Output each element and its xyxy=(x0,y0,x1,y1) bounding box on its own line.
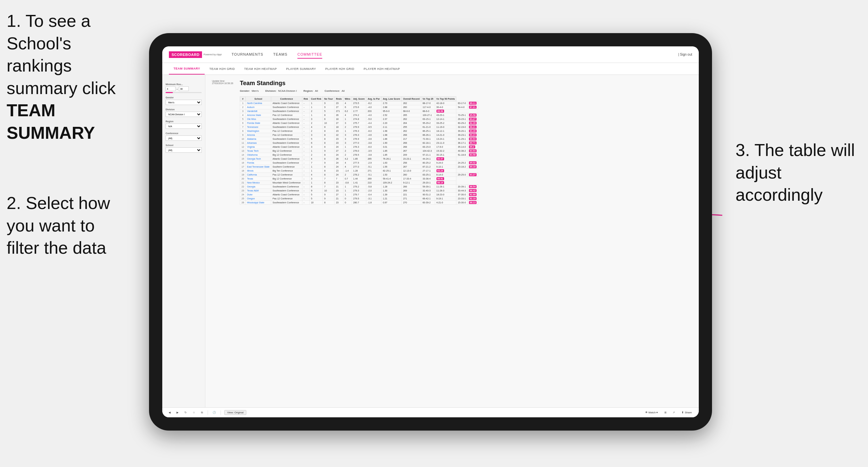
table-row: 19CaliforniaPac-12 Conference-48242278.2… xyxy=(240,173,478,177)
toolbar-clock[interactable]: 🕐 xyxy=(211,410,217,415)
tab-team-summary[interactable]: TEAM SUMMARY xyxy=(169,63,205,74)
conference-cell: Southeastern Conference xyxy=(271,105,302,109)
table-row: 11ArkansasSoutheastern Conference-682332… xyxy=(240,141,478,145)
region-select[interactable]: N/A All xyxy=(165,124,202,129)
score-cell: 86.91 xyxy=(435,177,456,181)
school-cell[interactable]: New Mexico xyxy=(246,181,271,185)
school-select[interactable]: (All) xyxy=(165,147,202,153)
school-cell[interactable]: Illinois xyxy=(246,169,271,173)
score-cell: 85.16 xyxy=(467,165,478,169)
table-row: 10AlabamaSoutheastern Conference-5823327… xyxy=(240,137,478,141)
toolbar-bookmark[interactable]: ☆ xyxy=(191,410,196,415)
share-button[interactable]: ⬆ Share xyxy=(680,410,694,415)
school-cell[interactable]: Georgia Tech xyxy=(246,157,271,161)
table-row: 2AuburnSoutheastern Conference-19276273.… xyxy=(240,105,478,109)
nav-links: TOURNAMENTS TEAMS COMMITTEE xyxy=(231,51,678,59)
conference-cell: Atlantic Coast Conference xyxy=(271,145,302,149)
toolbar-copy[interactable]: ⧉ xyxy=(200,410,204,415)
tablet-screen: SCOREBOARD Powered by clippi TOURNAMENTS… xyxy=(162,46,699,417)
score-cell: 83.27 xyxy=(467,173,478,177)
score-cell: 88.54 xyxy=(467,185,478,189)
nav-committee[interactable]: COMMITTEE xyxy=(298,51,322,59)
table-row: 6Florida StateAtlantic Coast Conference-… xyxy=(240,121,478,125)
score-cell: 85.02 xyxy=(467,161,478,165)
logo-area: SCOREBOARD Powered by clippi xyxy=(169,51,222,58)
table-header-row: # School Conference Rnk Conf Rnk No Tour… xyxy=(240,97,478,101)
col-avg-to-par: Avg. to Par xyxy=(366,97,381,101)
school-cell[interactable]: Alabama xyxy=(246,137,271,141)
score-cell: 88.14 xyxy=(435,181,456,185)
score-cell: 88.42 xyxy=(467,189,478,193)
school-cell[interactable]: Florida State xyxy=(246,121,271,125)
conference-cell: Southeastern Conference xyxy=(271,161,302,165)
col-wins: Wins xyxy=(343,97,352,101)
school-cell[interactable]: Oregon xyxy=(246,197,271,201)
school-cell[interactable]: Washington xyxy=(246,129,271,133)
nav-bar: SCOREBOARD Powered by clippi TOURNAMENTS… xyxy=(162,46,699,63)
conference-cell: Pac-12 Conference xyxy=(271,129,302,133)
min-rou-min-input[interactable] xyxy=(165,87,176,91)
min-rou-max-input[interactable] xyxy=(179,87,189,91)
col-vs-top25: Vs Top 25 xyxy=(421,97,435,101)
view-original-button[interactable]: View: Original xyxy=(224,410,246,415)
col-vs-top50: Vs Top 50 Points xyxy=(435,97,456,101)
region-label: Region xyxy=(165,120,202,123)
toolbar-divider-1 xyxy=(208,410,208,415)
sign-out-link[interactable]: | Sign out xyxy=(678,53,692,56)
conference-cell: Southeastern Conference xyxy=(271,189,302,193)
school-cell[interactable]: Auburn xyxy=(246,105,271,109)
school-cell[interactable]: Mississippi State xyxy=(246,201,271,205)
tab-player-h2h-heatmap[interactable]: PLAYER H2H HEATMAP xyxy=(359,63,405,74)
school-cell[interactable]: Virginia xyxy=(246,145,271,149)
toolbar-refresh[interactable]: ↻ xyxy=(183,410,188,415)
school-cell[interactable]: Vanderbilt xyxy=(246,109,271,113)
school-cell[interactable]: North Carolina xyxy=(246,101,271,105)
conference-cell: Pac-12 Conference xyxy=(271,133,302,137)
toolbar-icon-2[interactable]: ↗ xyxy=(671,410,676,415)
score-cell: 85.58 xyxy=(467,113,478,117)
instruction-step3: 3. The table will adjust accordingly xyxy=(736,139,861,206)
school-cell[interactable]: Arizona State xyxy=(246,113,271,117)
table-row: 4Arizona StatePac-12 Conference-18264274… xyxy=(240,113,478,117)
toolbar-icon-1[interactable]: ⊞ xyxy=(663,410,668,415)
watch-button[interactable]: 👁 Watch ▾ xyxy=(643,410,660,415)
tab-team-h2h-grid[interactable]: TEAM H2H GRID xyxy=(205,63,240,74)
school-cell[interactable]: California xyxy=(246,173,271,177)
nav-teams[interactable]: TEAMS xyxy=(273,51,287,59)
nav-tournaments[interactable]: TOURNAMENTS xyxy=(231,51,263,59)
school-cell[interactable]: Texas xyxy=(246,177,271,181)
toolbar-back[interactable]: ◀ xyxy=(167,410,172,415)
division-select[interactable]: NCAA Division I NCAA Division II NCAA Di… xyxy=(165,112,202,117)
toolbar-forward[interactable]: ▶ xyxy=(175,410,180,415)
col-no-tour: No Tour xyxy=(323,97,335,101)
school-cell[interactable]: East Tennessee State xyxy=(246,165,271,169)
score-cell: 80.94 xyxy=(467,137,478,141)
tab-player-h2h-grid[interactable]: PLAYER H2H GRID xyxy=(320,63,359,74)
school-cell[interactable]: Arkansas xyxy=(246,141,271,145)
conference-select[interactable]: (All) ACC SEC Pac-12 xyxy=(165,135,202,141)
conference-cell: Southeastern Conference xyxy=(271,137,302,141)
gender-select[interactable]: Men's Women's xyxy=(165,100,202,105)
conference-cell: Southeastern Conference xyxy=(271,117,302,121)
school-label: School xyxy=(165,144,202,146)
score-cell: 82.39 xyxy=(467,121,478,125)
school-cell[interactable]: Duke xyxy=(246,193,271,197)
min-rou-slider[interactable] xyxy=(165,92,202,93)
school-cell[interactable]: Texas A&M xyxy=(246,189,271,193)
standings-table: # School Conference Rnk Conf Rnk No Tour… xyxy=(240,96,478,205)
school-cell[interactable]: Ole Miss xyxy=(246,117,271,121)
school-cell[interactable]: Texas Tech xyxy=(246,149,271,153)
school-cell[interactable]: Tennessee xyxy=(246,125,271,129)
school-cell[interactable]: Florida xyxy=(246,161,271,165)
tablet-frame: SCOREBOARD Powered by clippi TOURNAMENTS… xyxy=(149,33,712,431)
conference-cell: Atlantic Coast Conference xyxy=(271,101,302,105)
school-cell[interactable]: Arizona xyxy=(246,133,271,137)
school-cell[interactable]: Georgia xyxy=(246,185,271,189)
conference-cell: Big 12 Conference xyxy=(271,153,302,157)
min-rou-label: Minimum Rou... xyxy=(165,83,202,86)
score-cell: 82.88 xyxy=(467,193,478,197)
school-cell[interactable]: Oklahoma xyxy=(246,153,271,157)
tab-team-h2h-heatmap[interactable]: TEAM H2H HEATMAP xyxy=(240,63,281,74)
tab-player-summary[interactable]: PLAYER SUMMARY xyxy=(281,63,320,74)
score-cell: 83.58 xyxy=(467,153,478,157)
